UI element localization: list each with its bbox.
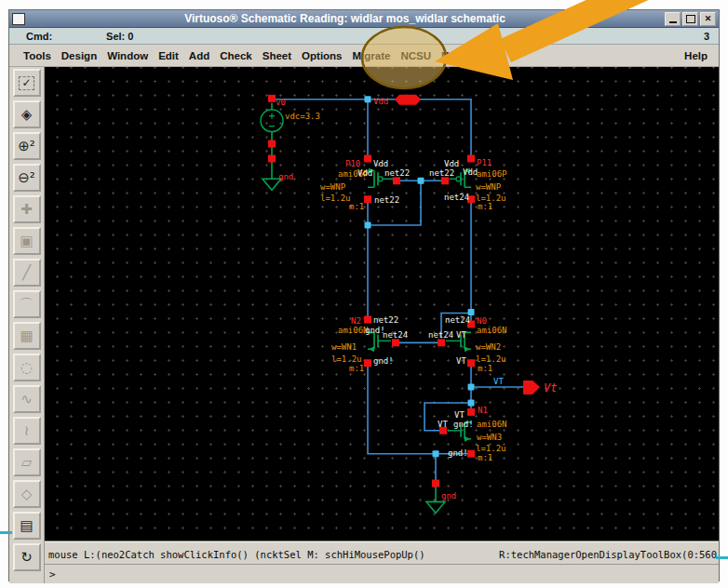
schematic-label-n1: N1 xyxy=(478,406,488,415)
route-icon: ∿ xyxy=(20,393,33,407)
schematic-label-vdd: Vdd xyxy=(373,97,388,106)
pin-square[interactable] xyxy=(438,339,445,346)
route-wide-button[interactable]: ≀ xyxy=(13,417,41,445)
pin-square[interactable] xyxy=(392,339,399,346)
property-form-button[interactable]: ▤ xyxy=(13,512,41,540)
left-edge-callout-dash xyxy=(0,531,12,534)
pin-square[interactable] xyxy=(467,450,475,458)
vt-output-pin[interactable] xyxy=(523,381,540,394)
redraw-button[interactable]: ↻ xyxy=(13,543,41,571)
maximize-button[interactable] xyxy=(682,12,698,26)
schematic-label-gnd: gnd! xyxy=(453,420,474,429)
wire[interactable] xyxy=(272,100,471,159)
schematic-label-ami06n: ami06N xyxy=(338,326,368,335)
window-menu-icon[interactable] xyxy=(12,13,25,25)
menu-item-migrate[interactable]: Migrate xyxy=(353,50,391,61)
pin-square[interactable] xyxy=(268,140,276,148)
schematic-label-net24: net24 xyxy=(445,315,470,325)
copy-button[interactable]: ▣ xyxy=(13,227,41,255)
menu-item-options[interactable]: Options xyxy=(302,50,342,61)
cli-prompt: > xyxy=(49,568,56,581)
wire[interactable] xyxy=(368,363,471,453)
pin-icon: ◇ xyxy=(21,488,33,501)
route-wide-icon: ≀ xyxy=(24,424,30,438)
menu-item-add[interactable]: Add xyxy=(189,50,209,61)
bus-button[interactable]: ▦ xyxy=(13,322,41,350)
pin-square[interactable] xyxy=(364,195,371,203)
pin-square[interactable] xyxy=(268,154,276,162)
pin-square[interactable] xyxy=(268,95,276,102)
menu-item-ncsu[interactable]: NCSU xyxy=(400,50,431,61)
polygon-icon: ▱ xyxy=(21,456,33,470)
stretch-icon: ✚ xyxy=(20,203,33,217)
schematic-label-gnd: gnd! xyxy=(373,356,394,366)
close-icon: ✕ xyxy=(705,15,712,23)
pin-square[interactable] xyxy=(393,177,400,184)
junction-dot xyxy=(418,178,425,184)
close-button[interactable]: ✕ xyxy=(700,12,716,26)
zoom-in-2x-icon: ⊕² xyxy=(18,140,35,154)
schematic-label-n0: N0 xyxy=(477,316,487,326)
zoom-in-2x-button[interactable]: ⊕² xyxy=(13,132,41,160)
window-title: Virtuoso® Schematic Reading: widlar mos_… xyxy=(25,12,665,25)
pin-square[interactable] xyxy=(467,408,475,416)
schematic-label-p11: P11 xyxy=(477,158,492,167)
source-arrow xyxy=(465,436,470,442)
schematic-label-vdd: Vdd xyxy=(444,159,459,168)
v0-vdc-source[interactable] xyxy=(261,110,283,132)
schematic-label-vdc33: vdc=3.3 xyxy=(285,112,320,121)
schematic-label-m1: m:1 xyxy=(478,202,492,211)
ground-symbol[interactable] xyxy=(426,501,445,513)
menu-item-help[interactable]: Help xyxy=(684,50,708,61)
descend-hierarchy-button[interactable]: ◈ xyxy=(13,100,41,128)
source-arrow xyxy=(465,346,470,352)
stretch-button[interactable]: ✚ xyxy=(13,195,41,223)
instance-button[interactable]: ◌ xyxy=(13,354,41,381)
schematic-label-gnd: gnd xyxy=(278,172,293,181)
route-button[interactable]: ∿ xyxy=(13,385,41,413)
pin-button[interactable]: ◇ xyxy=(13,480,41,508)
junction-dot xyxy=(468,384,475,391)
vdd-supply-pin[interactable] xyxy=(395,95,421,105)
junction-dot xyxy=(433,450,439,457)
schematic-label-vdd: Vdd xyxy=(373,159,388,168)
polygon-button[interactable]: ▱ xyxy=(13,448,41,476)
mouse-bindings-status: mouse L:(neo2Catch showClickInfo() (nckt… xyxy=(48,549,425,560)
pin-square[interactable] xyxy=(467,359,475,367)
menu-item-tools[interactable]: Tools xyxy=(23,50,51,61)
menu-item-design[interactable]: Design xyxy=(61,50,97,61)
select-verify-button[interactable]: ✓ xyxy=(13,69,41,97)
maximize-icon xyxy=(686,15,695,23)
pin-square[interactable] xyxy=(364,359,371,367)
minimize-icon xyxy=(669,21,677,23)
pin-square[interactable] xyxy=(467,154,475,162)
schematic-label-wwn3: w=WN3 xyxy=(477,433,502,442)
cli-prompt-row[interactable]: > xyxy=(45,565,719,583)
menu-item-sheet[interactable]: Sheet xyxy=(263,50,291,61)
pin-square[interactable] xyxy=(441,177,449,184)
arc-button[interactable]: ⌒ xyxy=(13,290,41,318)
schematic-label-net22: net22 xyxy=(429,168,454,178)
menu-item-edit[interactable]: Edit xyxy=(158,50,179,61)
titlebar[interactable]: Virtuoso® Schematic Reading: widlar mos_… xyxy=(9,10,719,28)
schematic-label-wwnp: w=WNP xyxy=(320,182,345,192)
window-controls: ✕ xyxy=(665,12,716,26)
menu-item-neocircuit[interactable]: NeoCircuit xyxy=(441,50,495,61)
workspace: ✓◈⊕²⊖²✚▣╱⌒▦◌∿≀▱◇▤↻ v0vdc=3.3gndVddP10Vdd… xyxy=(9,67,719,583)
minimize-button[interactable] xyxy=(665,12,681,26)
wire-button[interactable]: ╱ xyxy=(13,259,41,287)
window-number: 3 xyxy=(704,31,709,42)
menu-item-check[interactable]: Check xyxy=(220,50,252,61)
pin-square[interactable] xyxy=(364,316,371,324)
menu-item-window[interactable]: Window xyxy=(107,50,148,61)
vsource-polarity-marks xyxy=(269,114,275,127)
schematic-label-vt: VT xyxy=(456,330,466,340)
schematic-label-vdd: Vdd xyxy=(357,168,372,178)
junction-dot xyxy=(365,96,371,102)
zoom-out-2x-button[interactable]: ⊖² xyxy=(13,164,41,192)
schematic-label-vdd: Vdd xyxy=(463,167,478,177)
schematic-canvas[interactable]: v0vdc=3.3gndVddP10Vddami06PVddnet22net22… xyxy=(45,67,719,541)
pin-square[interactable] xyxy=(432,480,439,488)
pin-square[interactable] xyxy=(364,154,371,162)
schematic-label-net24: net24 xyxy=(444,193,469,202)
